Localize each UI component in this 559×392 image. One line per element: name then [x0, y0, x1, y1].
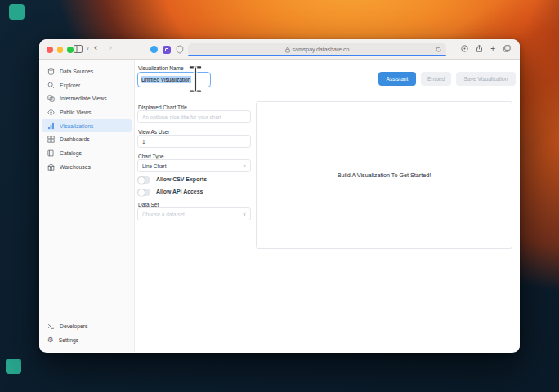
chevron-down-icon: ∨ [243, 163, 246, 168]
chart-title-label: Displayed Chart Title [138, 105, 187, 110]
sidebar-item-settings[interactable]: ⚙ Settings [42, 333, 132, 347]
desktop-wallpaper: ∨ ‹ › samspay.datashare.co [0, 0, 559, 392]
forward-button[interactable]: › [109, 42, 112, 53]
chart-type-value: Line Chart [142, 163, 167, 169]
sidebar-item-label: Catalogs [60, 150, 82, 156]
desktop-artifact [9, 4, 25, 20]
csv-exports-label: Allow CSV Exports [156, 176, 207, 182]
sidebar-item-label: Public Views [60, 109, 91, 115]
sidebar-item-label: Dashboards [60, 136, 90, 142]
address-bar[interactable]: samspay.datashare.co [188, 43, 446, 56]
empty-state-text: Build A Visualization To Get Started! [338, 172, 431, 179]
data-set-placeholder: Choose a data set [142, 212, 185, 217]
sidebar-spacer [39, 174, 134, 320]
tab-overview-icon[interactable] [503, 45, 511, 52]
api-access-label: Allow API Access [156, 189, 203, 194]
sidebar-item-developers[interactable]: Developers [42, 320, 132, 334]
chart-type-select[interactable]: Line Chart ∨ [137, 159, 251, 172]
selected-text: Untitled Visualization [141, 76, 191, 83]
sidebar-item-label: Intermediate Views [60, 96, 107, 101]
bar-chart-icon [47, 122, 55, 130]
app-sidebar: Data Sources Explorer Intermediate Views [39, 60, 135, 352]
embed-button[interactable]: Embed [421, 72, 451, 86]
sidebar-item-public-views[interactable]: Public Views [42, 105, 132, 119]
main-content: Visualization Name Untitled Visualizatio… [135, 60, 520, 352]
back-button[interactable]: ‹ [94, 42, 97, 53]
grid-icon [47, 136, 55, 143]
zoom-window-button[interactable] [67, 47, 74, 53]
lock-icon [285, 47, 290, 53]
minimize-window-button[interactable] [57, 47, 64, 53]
sidebar-item-label: Explorer [60, 82, 80, 88]
book-icon [47, 149, 55, 157]
toolbar-right-icons: + [461, 44, 511, 53]
downloads-icon[interactable] [461, 45, 468, 52]
visualization-preview-panel: Build A Visualization To Get Started! [256, 101, 512, 249]
chart-type-label: Chart Type [138, 154, 164, 159]
terminal-icon [47, 323, 55, 330]
browser-toolbar: ∨ ‹ › samspay.datashare.co [39, 39, 520, 60]
view-as-user-label: View As User [138, 129, 170, 135]
new-tab-icon[interactable]: + [490, 45, 495, 53]
search-icon [47, 82, 55, 89]
sidebar-item-label: Warehouses [60, 164, 91, 170]
sidebar-toggle-icon[interactable] [74, 45, 83, 53]
sidebar-item-data-sources[interactable]: Data Sources [42, 65, 132, 78]
data-set-label: Data Set [138, 202, 159, 207]
browser-window: ∨ ‹ › samspay.datashare.co [39, 39, 520, 353]
url-text: samspay.datashare.co [293, 47, 350, 52]
sidebar-item-explorer[interactable]: Explorer [42, 78, 132, 92]
chevron-down-icon: ∨ [243, 212, 246, 216]
close-window-button[interactable] [47, 47, 53, 53]
data-set-select[interactable]: Choose a data set ∨ [137, 207, 251, 220]
save-visualization-button[interactable]: Save Visualization [456, 72, 516, 86]
extension-icon[interactable] [150, 46, 158, 53]
extension-icon[interactable] [163, 46, 171, 54]
share-icon[interactable] [476, 44, 483, 53]
gear-icon: ⚙ [47, 336, 54, 344]
sidebar-item-label: Settings [59, 337, 79, 343]
chevron-down-icon[interactable]: ∨ [86, 45, 89, 51]
csv-exports-toggle[interactable] [137, 176, 150, 184]
sidebar-item-visualizations[interactable]: Visualizations [42, 119, 132, 133]
shield-extension-icon[interactable] [176, 45, 184, 54]
sidebar-item-dashboards[interactable]: Dashboards [42, 132, 132, 146]
view-as-user-input[interactable] [137, 135, 251, 148]
sidebar-item-catalogs[interactable]: Catalogs [42, 146, 132, 160]
visualization-name-input[interactable]: Untitled Visualization [137, 72, 211, 87]
sidebar-item-label: Developers [60, 323, 87, 329]
layers-icon [47, 95, 55, 102]
sidebar-item-intermediate-views[interactable]: Intermediate Views [42, 91, 132, 105]
sidebar-item-label: Visualizations [60, 123, 93, 129]
chart-title-input[interactable] [137, 110, 251, 123]
api-access-toggle[interactable] [137, 189, 150, 196]
sidebar-item-warehouses[interactable]: Warehouses [42, 160, 132, 174]
database-icon [47, 68, 55, 75]
window-controls [47, 47, 74, 53]
visualization-name-label: Visualization Name [138, 65, 184, 71]
eye-icon [47, 109, 55, 116]
assistant-button[interactable]: Assistant [378, 72, 416, 86]
desktop-artifact [6, 359, 21, 374]
refresh-icon[interactable] [435, 46, 442, 53]
sidebar-item-label: Data Sources [60, 69, 93, 74]
extension-icons [150, 45, 184, 54]
warehouse-icon [47, 163, 55, 171]
